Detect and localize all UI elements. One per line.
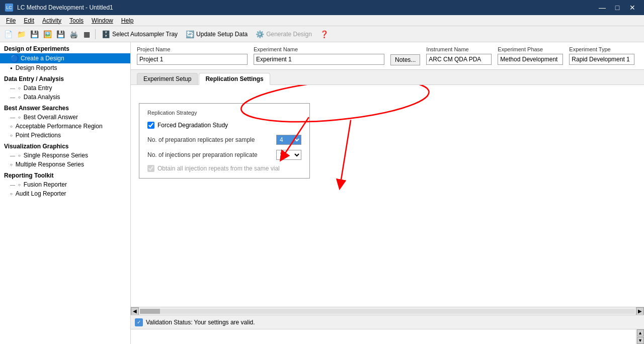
- toolbar-save2[interactable]: 💾: [54, 28, 66, 40]
- bullet-icon4: ○: [18, 115, 21, 120]
- prep-replicates-row: No. of preparation replicates per sample…: [147, 135, 301, 145]
- sidebar-item-audit-log[interactable]: ○ Audit Log Reporter: [0, 189, 130, 198]
- content-area: Project Name Experiment Name Notes... In…: [131, 42, 644, 344]
- scroll-right-button[interactable]: ▶: [636, 307, 644, 315]
- bullet-icon8: ○: [10, 162, 13, 167]
- select-autosampler-button[interactable]: 🗄️ Select Autosampler Tray: [98, 28, 181, 40]
- toolbar: 📄 📁 💾 🖼️ 💾 🖨️ ▦ 🗄️ Select Autosampler Tr…: [0, 26, 644, 42]
- log-scrollbar: ▲ ▼: [636, 329, 644, 344]
- sidebar-item-single-response[interactable]: — ○ Single Response Series: [0, 151, 130, 160]
- dash-icon: —: [10, 85, 15, 91]
- project-name-input[interactable]: [137, 54, 248, 65]
- validation-icon: ✓: [135, 318, 143, 326]
- experiment-name-group: Experiment Name: [254, 46, 384, 65]
- sidebar-item-data-analysis[interactable]: — ○ Data Analysis: [0, 93, 130, 102]
- sidebar-item-design-reports[interactable]: ● Design Reports: [0, 63, 130, 72]
- forced-degradation-checkbox[interactable]: [147, 122, 154, 129]
- generate-icon: ⚙️: [256, 30, 264, 38]
- horizontal-scrollbar: ◀ ▶: [131, 307, 644, 315]
- toolbar-sep: [95, 29, 96, 39]
- sidebar-section-doe: Design of Experiments: [0, 42, 130, 53]
- experiment-name-input[interactable]: [254, 54, 384, 65]
- menu-help[interactable]: Help: [117, 16, 138, 25]
- sidebar-item-best-overall[interactable]: — ○ Best Overall Answer: [0, 113, 130, 122]
- window-title: LC Method Development - Untitled1: [17, 4, 113, 11]
- project-name-group: Project Name: [137, 46, 248, 65]
- bullet-icon6: ○: [10, 133, 13, 138]
- forced-degradation-row: Forced Degradation Study: [147, 122, 301, 129]
- experiment-type-label: Experiment Type: [569, 46, 634, 52]
- toolbar-new[interactable]: 📄: [2, 28, 14, 40]
- same-vial-row: Obtain all injection repeats from the sa…: [147, 165, 301, 172]
- experiment-type-input[interactable]: [569, 54, 634, 65]
- dash-icon4: —: [10, 153, 15, 158]
- update-setup-button[interactable]: 🔄 Update Setup Data: [182, 28, 251, 40]
- injections-dropdown[interactable]: 1 2 3: [276, 150, 301, 160]
- scroll-down-button[interactable]: ▼: [637, 337, 644, 344]
- scroll-track[interactable]: [140, 309, 635, 314]
- generate-design-button[interactable]: ⚙️ Generate Design: [252, 28, 315, 40]
- toolbar-save[interactable]: 💾: [28, 28, 40, 40]
- help-icon: ❓: [320, 30, 329, 38]
- menu-activity[interactable]: Activity: [38, 16, 65, 25]
- tab-replication-settings[interactable]: Replication Settings: [199, 73, 270, 85]
- close-button[interactable]: ✕: [626, 3, 639, 13]
- project-name-label: Project Name: [137, 46, 248, 52]
- experiment-phase-group: Experiment Phase: [498, 46, 563, 65]
- log-area: ▲ ▼: [131, 329, 644, 344]
- bullet-icon9: ○: [18, 183, 21, 187]
- same-vial-label: Obtain all injection repeats from the sa…: [157, 165, 280, 172]
- sidebar-item-data-entry[interactable]: — ○ Data Entry: [0, 83, 130, 93]
- experiment-phase-label: Experiment Phase: [498, 46, 563, 52]
- sidebar-item-acceptable[interactable]: ○ Acceptable Performance Region: [0, 122, 130, 131]
- app-icon: LC: [5, 4, 13, 12]
- bullet-icon2: ○: [18, 86, 21, 91]
- tabs: Experiment Setup Replication Settings: [131, 70, 644, 85]
- toolbar-image[interactable]: 🖼️: [41, 28, 53, 40]
- prep-replicates-label: No. of preparation replicates per sample: [147, 136, 272, 143]
- bullet-icon10: ○: [10, 192, 13, 196]
- scroll-left-button[interactable]: ◀: [131, 307, 139, 315]
- update-icon: 🔄: [186, 30, 194, 38]
- sidebar-item-fusion-reporter[interactable]: — ○ Fusion Reporter: [0, 180, 130, 189]
- scroll-thumb[interactable]: [140, 309, 160, 314]
- instrument-name-label: Instrument Name: [426, 46, 492, 52]
- injections-row: No. of injections per preparation replic…: [147, 150, 301, 160]
- instrument-name-group: Instrument Name: [426, 46, 492, 65]
- sidebar: Design of Experiments 🔵 Create a Design …: [0, 42, 131, 344]
- menu-edit[interactable]: Edit: [20, 16, 38, 25]
- menu-file[interactable]: File: [2, 16, 20, 25]
- sidebar-section-best: Best Answer Searches: [0, 102, 130, 113]
- experiment-phase-input[interactable]: [498, 54, 563, 65]
- dash-icon3: —: [10, 115, 15, 120]
- title-bar: LC LC Method Development - Untitled1 — □…: [0, 0, 644, 15]
- forced-degradation-label: Forced Degradation Study: [157, 122, 228, 129]
- bullet-icon7: ○: [18, 153, 21, 158]
- toolbar-print[interactable]: 🖨️: [67, 28, 79, 40]
- dash-icon2: —: [10, 95, 15, 100]
- toolbar-grid[interactable]: ▦: [80, 28, 93, 40]
- menu-window[interactable]: Window: [88, 16, 117, 25]
- toolbar-open[interactable]: 📁: [15, 28, 27, 40]
- sidebar-item-create-design[interactable]: 🔵 Create a Design: [0, 53, 130, 63]
- same-vial-checkbox[interactable]: [147, 165, 154, 172]
- instrument-name-input[interactable]: [426, 54, 492, 65]
- main-layout: Design of Experiments 🔵 Create a Design …: [0, 42, 644, 344]
- bullet-icon5: ○: [10, 124, 13, 129]
- scroll-up-button[interactable]: ▲: [637, 329, 644, 336]
- bullet-icon: ●: [10, 66, 13, 70]
- menu-tools[interactable]: Tools: [65, 16, 88, 25]
- sidebar-item-multiple-response[interactable]: ○ Multiple Response Series: [0, 160, 130, 169]
- prep-replicates-dropdown[interactable]: 4 1 2 3 5: [276, 135, 301, 145]
- help-button[interactable]: ❓: [316, 28, 332, 40]
- autosampler-icon: 🗄️: [102, 30, 110, 38]
- tab-experiment-setup[interactable]: Experiment Setup: [137, 73, 198, 84]
- validation-status: Validation Status: Your settings are val…: [146, 319, 255, 326]
- notes-button[interactable]: Notes...: [390, 54, 420, 65]
- maximize-button[interactable]: □: [611, 3, 624, 13]
- experiment-name-label: Experiment Name: [254, 46, 384, 52]
- sidebar-item-point-predictions[interactable]: ○ Point Predictions: [0, 131, 130, 140]
- tab-area: Experiment Setup Replication Settings: [131, 70, 644, 315]
- minimize-button[interactable]: —: [596, 3, 609, 13]
- sidebar-section-data: Data Entry / Analysis: [0, 72, 130, 83]
